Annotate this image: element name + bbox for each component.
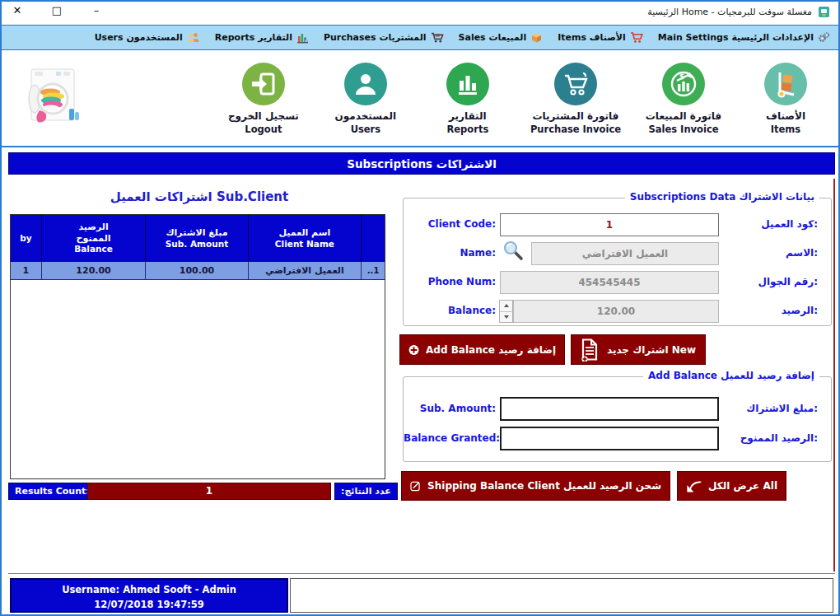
search-icon[interactable]	[502, 240, 524, 261]
menu-item-label: الإعدادات الرئيسية Main Settings	[658, 32, 814, 43]
back-arrow-icon	[686, 476, 702, 496]
menu-item-reports[interactable]: التقارير Reports	[215, 31, 309, 44]
column-header-sub-amount[interactable]: مبلغ الاشتراك Sub. Amount	[146, 215, 248, 262]
purchases-cart-icon	[431, 31, 444, 44]
column-header-label: Balance	[74, 244, 113, 255]
sub-amount-label-ar: مبلغ الاشتراك:	[746, 403, 818, 414]
reports-chart-icon	[296, 31, 309, 44]
phone-label-ar: رقم الجوال:	[758, 276, 818, 287]
menu-item-label: المستخدمون Users	[95, 32, 183, 43]
page-title: الاشتراكات Subscriptions	[8, 152, 835, 175]
toolbar-button-sales-invoice[interactable]: $ فاتورة المبيعات Sales Invoice	[644, 63, 723, 135]
hand-truck-icon	[771, 69, 800, 99]
add-balance-group: إضافة رصيد للعميل Add Balance Sub. Amoun…	[403, 376, 832, 462]
client-code-input[interactable]	[500, 213, 719, 236]
toolbar-label-en: Sales Invoice	[648, 124, 718, 135]
status-datetime: 12/07/2018 19:47:59	[12, 598, 287, 613]
svg-text:$: $	[679, 72, 684, 81]
menu-item-label: المبيعات Sales	[459, 32, 527, 43]
balance-granted-label-ar: الرصيد الممنوح:	[740, 432, 818, 444]
subscriptions-table: by الرصيد الممنوح Balance مبلغ الاشتراك …	[10, 214, 385, 479]
toolbar-label-ar: التقارير	[449, 110, 487, 122]
add-balance-button[interactable]: إضافة رصيد Add Balance	[399, 334, 565, 365]
close-icon[interactable]: ✕	[10, 4, 25, 16]
toolbar-label-en: Items	[771, 124, 800, 135]
balance-granted-label-en: Balance Granted:	[404, 432, 496, 444]
window-controls: ✕ □ –	[10, 4, 104, 16]
toolbar-label-en: Reports	[446, 124, 488, 135]
new-subscription-button[interactable]: اشتراك جديد New	[571, 334, 706, 365]
menu-item-label: الأصناف Items	[558, 32, 626, 43]
menu-item-label: المشتريات Purchases	[324, 32, 427, 43]
sub-amount-label-en: Sub. Amount:	[404, 403, 496, 414]
subscriptions-data-group: بيانات الاشتراك Subscriptions Data Clien…	[403, 198, 832, 326]
column-header-label: Client Name	[275, 239, 334, 250]
toolbar-label-en: Purchase Invoice	[530, 124, 621, 135]
client-name-input	[531, 242, 719, 265]
stepper-up-button[interactable]	[500, 301, 512, 312]
toolbar-label-ar: المستخدمون	[335, 110, 397, 122]
column-header-rowindex	[362, 215, 385, 262]
cell-balance: 120.00	[42, 262, 146, 279]
toolbar-label-en: Logout	[245, 124, 282, 135]
cart-icon	[561, 69, 590, 99]
cell-by: 1	[11, 262, 42, 279]
table-row[interactable]: 1 120.00 100.00 العميل الافتراضي ..1	[11, 262, 385, 280]
toolbar-button-logout[interactable]: تسجيل الخروج Logout	[224, 63, 303, 135]
toolbar-label-ar: فاتورة المبيعات	[646, 110, 721, 122]
logout-icon	[250, 70, 278, 98]
menu-item-sales[interactable]: المبيعات Sales	[459, 31, 544, 44]
app-logo-image	[23, 68, 81, 127]
column-header-client-name[interactable]: اسم العميل Client Name	[249, 215, 362, 262]
shipping-balance-button-label: شحن الرصيد للعميل Shipping Balance Clien…	[427, 480, 661, 492]
minimize-icon[interactable]: –	[89, 4, 104, 16]
menu-item-items[interactable]: الأصناف Items	[558, 31, 643, 44]
bar-chart-icon	[454, 70, 482, 98]
client-code-label-en: Client Code:	[404, 218, 496, 230]
column-header-label: مبلغ الاشتراك	[166, 227, 227, 239]
toolbar: تسجيل الخروج Logout المستخدمون Users	[2, 51, 838, 147]
stepper-down-button[interactable]	[500, 312, 512, 323]
settings-gears-icon	[818, 31, 830, 44]
status-bar: Username: Ahmed Sooft - Admin 12/07/2018…	[10, 578, 288, 613]
column-header-by[interactable]: by	[11, 215, 42, 262]
subscriptions-data-group-title: بيانات الاشتراك Subscriptions Data	[625, 191, 819, 203]
column-header-label: اسم العميل	[279, 227, 331, 239]
title-bar: ✕ □ – الرئيسية Home - مغسلة سوفت للبرمجي…	[2, 2, 838, 25]
maximize-icon[interactable]: □	[49, 4, 64, 16]
sub-amount-input[interactable]	[500, 397, 719, 421]
new-subscription-button-label: اشتراك جديد New	[606, 344, 697, 356]
phone-label-en: Phone Num:	[404, 276, 496, 287]
balance-input	[513, 300, 719, 323]
results-count-value: 1	[87, 483, 331, 500]
menu-item-users[interactable]: المستخدمون Users	[95, 31, 200, 44]
toolbar-button-purchase-invoice[interactable]: فاتورة المشتريات Purchase Invoice	[530, 63, 621, 135]
toolbar-label-ar: فاتورة المشتريات	[533, 110, 619, 122]
sales-box-icon	[530, 31, 543, 44]
right-edge-divider	[833, 179, 835, 572]
client-subscriptions-title: اشتراكات العميل Sub.Client	[51, 189, 348, 204]
balance-granted-input[interactable]	[500, 427, 719, 450]
toolbar-button-users[interactable]: المستخدمون Users	[326, 63, 405, 135]
items-cart-icon	[630, 31, 643, 44]
add-balance-group-title: إضافة رصيد للعميل Add Balance	[643, 370, 819, 381]
toolbar-button-reports[interactable]: التقارير Reports	[428, 63, 507, 135]
add-balance-button-label: إضافة رصيد Add Balance	[426, 344, 556, 356]
column-header-label: الرصيد الممنوح	[63, 222, 125, 245]
name-label-ar: الاسم:	[786, 247, 818, 259]
menu-item-main-settings[interactable]: الإعدادات الرئيسية Main Settings	[658, 31, 830, 44]
toolbar-buttons: تسجيل الخروج Logout المستخدمون Users	[224, 63, 825, 135]
toolbar-label-en: Users	[351, 124, 381, 135]
shipping-balance-button[interactable]: شحن الرصيد للعميل Shipping Balance Clien…	[401, 471, 670, 501]
column-header-balance[interactable]: الرصيد الممنوح Balance	[42, 215, 146, 262]
status-username: Username: Ahmed Sooft - Admin	[12, 583, 287, 598]
toolbar-button-items[interactable]: الأصناف Items	[746, 63, 825, 135]
balance-stepper	[499, 300, 513, 323]
results-count-label-ar: عدد النتائج:	[334, 483, 398, 500]
show-all-button[interactable]: عرض الكل All	[677, 471, 786, 501]
toolbar-label-ar: الأصناف	[766, 110, 805, 122]
balance-label-ar: الرصيد:	[782, 305, 818, 316]
show-all-button-label: عرض الكل All	[708, 480, 777, 492]
menu-item-purchases[interactable]: المشتريات Purchases	[324, 31, 444, 44]
content-separator	[8, 573, 835, 574]
